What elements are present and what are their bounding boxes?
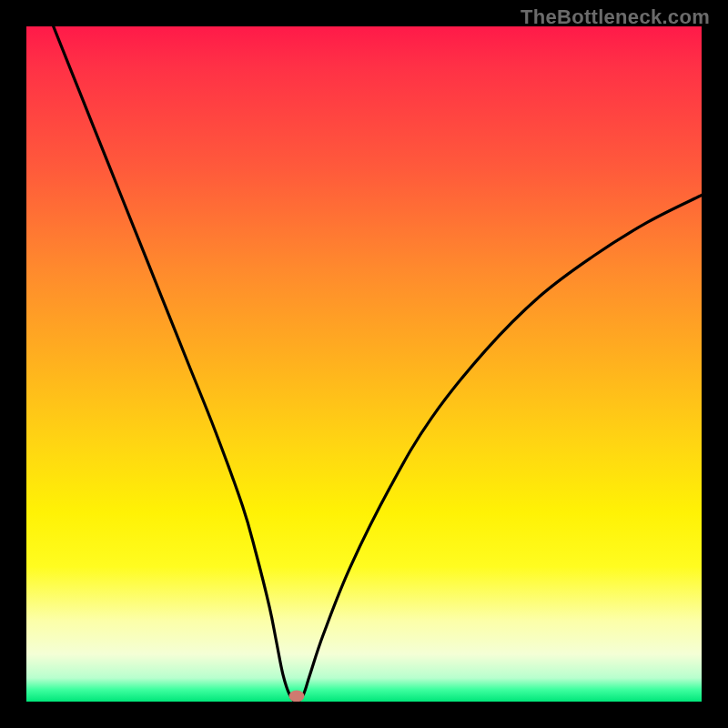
chart-container: TheBottleneck.com [0, 0, 728, 728]
plot-area [26, 26, 702, 702]
bottleneck-curve [54, 26, 702, 702]
curve-layer [26, 26, 702, 702]
watermark-text: TheBottleneck.com [521, 5, 710, 29]
optimum-marker [288, 691, 304, 702]
